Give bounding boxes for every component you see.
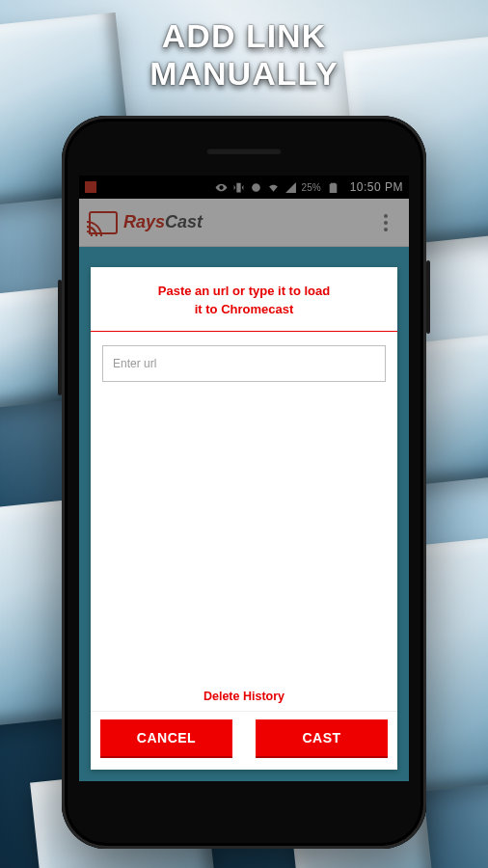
- dialog-title: Paste an url or type it to load it to Ch…: [91, 267, 397, 332]
- battery-percent: 25%: [302, 182, 321, 193]
- promo-heading: ADD LINK MANUALLY: [0, 17, 488, 93]
- notification-icon: [85, 181, 96, 193]
- phone-volume-button: [58, 280, 62, 395]
- eye-icon: [215, 181, 228, 194]
- cast-icon: [89, 211, 118, 234]
- android-status-bar: 25% 10:50 PM: [79, 176, 409, 199]
- alarm-icon: [250, 181, 262, 194]
- phone-power-button: [426, 260, 430, 334]
- vibrate-icon: [232, 181, 245, 194]
- add-link-dialog: Paste an url or type it to load it to Ch…: [91, 267, 397, 770]
- phone-earpiece: [206, 148, 282, 154]
- signal-icon: [285, 181, 297, 194]
- wifi-icon: [267, 181, 280, 194]
- url-input[interactable]: [102, 345, 386, 382]
- cast-button[interactable]: CAST: [256, 719, 388, 756]
- status-clock: 10:50 PM: [350, 180, 403, 194]
- cancel-button[interactable]: CANCEL: [100, 719, 232, 756]
- app-brand: RaysCast: [123, 212, 203, 232]
- brand-part-1: Rays: [123, 212, 165, 231]
- app-bar: RaysCast: [79, 199, 409, 247]
- phone-screen: 25% 10:50 PM RaysCast Paste an url or ty…: [79, 176, 409, 781]
- brand-part-2: Cast: [165, 212, 203, 231]
- delete-history-link[interactable]: Delete History: [91, 680, 397, 711]
- overflow-menu-button[interactable]: [372, 199, 399, 246]
- phone-frame: 25% 10:50 PM RaysCast Paste an url or ty…: [62, 116, 426, 849]
- dialog-button-row: CANCEL CAST: [91, 711, 397, 770]
- battery-icon: [327, 181, 339, 194]
